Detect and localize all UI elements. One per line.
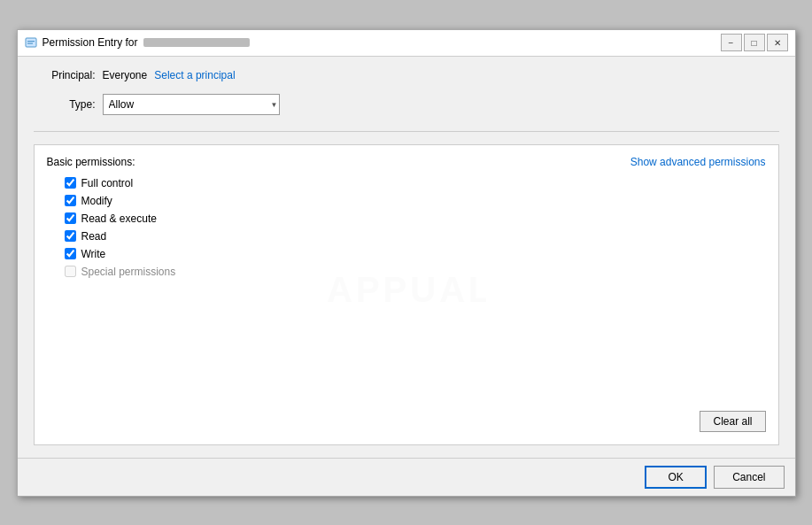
svg-rect-2 [27,43,33,44]
write-checkbox[interactable] [65,248,76,259]
read-checkbox[interactable] [65,230,76,242]
full-control-checkbox[interactable] [65,177,76,189]
dialog-footer: OK Cancel [18,458,795,496]
permissions-list: Full control Modify Read & execute Read [65,177,766,278]
title-blurred [143,38,250,47]
title-text: Permission Entry for [43,36,138,49]
special-permissions-checkbox [65,266,76,277]
cancel-button[interactable]: Cancel [714,466,784,489]
list-item: Read [65,230,766,243]
list-item: Full control [65,177,766,189]
special-permissions-label: Special permissions [81,266,176,278]
modify-label[interactable]: Modify [81,195,112,207]
separator [34,131,779,132]
read-execute-checkbox[interactable] [65,212,76,224]
title-bar-controls: − □ ✕ [721,34,788,51]
list-item: Write [65,248,766,260]
list-item: Read & execute [65,212,766,225]
read-execute-label[interactable]: Read & execute [81,212,157,225]
dialog-icon [25,36,37,49]
permissions-header: Basic permissions: Show advanced permiss… [47,156,766,168]
principal-label: Principal: [34,69,96,81]
close-button[interactable]: ✕ [767,34,788,51]
minimize-button[interactable]: − [721,34,742,51]
principal-row: Principal: Everyone Select a principal [34,69,779,81]
maximize-button[interactable]: □ [744,34,765,51]
show-advanced-permissions-link[interactable]: Show advanced permissions [630,156,766,168]
title-bar-left: Permission Entry for [25,36,250,49]
type-label: Type: [34,98,96,111]
full-control-label[interactable]: Full control [81,177,134,189]
svg-rect-1 [27,41,35,42]
write-label[interactable]: Write [81,248,106,260]
modify-checkbox[interactable] [65,195,76,206]
permission-entry-dialog: Permission Entry for − □ ✕ Principal: Ev… [17,29,796,497]
permissions-title: Basic permissions: [47,156,135,168]
type-select-container: Allow Deny ▼ [103,94,280,115]
clear-all-button[interactable]: Clear all [700,411,765,432]
list-item: Special permissions [65,266,766,278]
read-label[interactable]: Read [81,230,107,243]
select-principal-link[interactable]: Select a principal [154,69,235,81]
type-select[interactable]: Allow Deny [103,94,280,115]
principal-value: Everyone [103,69,148,81]
ok-button[interactable]: OK [645,466,707,489]
svg-rect-0 [26,38,36,47]
list-item: Modify [65,195,766,207]
permissions-section: APPUALS Basic permissions: Show advanced… [34,144,779,445]
title-bar: Permission Entry for − □ ✕ [18,30,795,57]
dialog-content: Principal: Everyone Select a principal T… [18,57,795,458]
type-row: Type: Allow Deny ▼ [34,94,779,115]
